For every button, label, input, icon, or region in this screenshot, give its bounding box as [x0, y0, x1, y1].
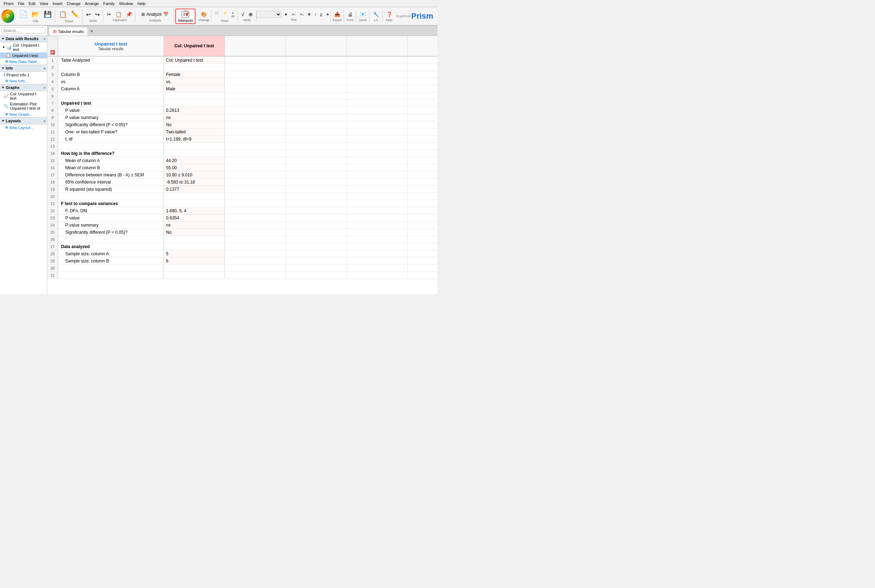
row-value	[164, 143, 225, 150]
draw-btn2[interactable]: ⚡	[221, 10, 229, 19]
row-value: ns	[164, 114, 225, 121]
layouts-more-icon[interactable]: »	[44, 119, 45, 123]
row-label: F, DFn, Dfd	[58, 207, 164, 214]
font-arrow[interactable]: ▼	[282, 12, 290, 18]
table-row: 14How big is the difference?	[47, 150, 437, 157]
layouts-arrow-icon: ▼	[2, 119, 5, 123]
graphs-more-icon[interactable]: »	[44, 86, 45, 90]
row-value	[164, 272, 225, 279]
tab-table-icon: ⊞	[53, 28, 57, 34]
table-row: 13	[47, 143, 437, 150]
menu-family[interactable]: Family	[101, 1, 117, 6]
toolbar-section-text: ▼ A↑ A↓ B I U S Text	[257, 11, 331, 21]
add-info[interactable]: ⊕ New Info...	[0, 78, 47, 84]
paste-btn[interactable]: 📌	[124, 10, 134, 18]
menu-window[interactable]: Window	[117, 1, 135, 6]
menu-view[interactable]: View	[38, 1, 51, 6]
menu-file[interactable]: File	[16, 1, 27, 6]
copy-btn[interactable]: 📋	[114, 10, 123, 18]
row-number: 18	[47, 178, 58, 185]
add-data-table[interactable]: ⊕ New Data Table...	[0, 58, 47, 64]
prism-text: Prism	[411, 12, 433, 21]
strikethrough-btn[interactable]: S	[325, 12, 331, 17]
row-value: 0.6354	[164, 214, 225, 221]
tabular-results-tab[interactable]: ⊞ Tabular results	[49, 27, 88, 36]
text-up-btn[interactable]: A↑	[290, 12, 298, 17]
row-number: 22	[47, 207, 58, 214]
print-btn[interactable]: 🖨	[346, 10, 354, 18]
row-value: 55.00	[164, 164, 225, 171]
results-header: Unpaired t test Tabular results Col: Unp…	[47, 36, 437, 57]
menu-change[interactable]: Change	[65, 1, 83, 6]
add-layout[interactable]: ⊕ New Layout...	[0, 124, 47, 130]
save-btn[interactable]: 💾	[42, 9, 53, 20]
sidebar-item-project-info[interactable]: ℹ Project info 1	[0, 72, 47, 78]
data-more-icon[interactable]: »	[44, 37, 45, 41]
italic-btn[interactable]: I	[313, 12, 318, 17]
sidebar-item-estimation-graph[interactable]: 📉 Estimation Plot: Unpaired t test of	[0, 101, 47, 111]
redo-btn[interactable]: ↪	[93, 10, 102, 19]
tab-dropdown-btn[interactable]: ▼	[89, 28, 95, 35]
change-btn[interactable]: 🎨	[199, 10, 209, 18]
table-row: 2	[47, 64, 437, 71]
svg-rect-4	[51, 50, 55, 54]
row-label: P value summary	[58, 114, 164, 121]
send-btn[interactable]: 📧	[358, 10, 368, 18]
la-label: LA	[374, 18, 378, 22]
draw-btn3[interactable]: 123	[230, 10, 236, 19]
add-graph[interactable]: ⊕ New Graph...	[0, 111, 47, 117]
info-more-icon[interactable]: »	[44, 66, 45, 70]
add-graph-icon: ⊕	[5, 112, 8, 117]
sidebar-group-col: ▼ 📊 Col: Unpaired t test 📋 Unpaired t te…	[0, 42, 47, 58]
sidebar-section-layouts-header[interactable]: ▼ Layouts »	[0, 118, 47, 124]
font-select[interactable]	[257, 11, 282, 18]
row-value: Male	[164, 86, 225, 92]
open-btn[interactable]: 📂	[30, 9, 41, 20]
row-number: 31	[47, 272, 58, 279]
row-number: 29	[47, 257, 58, 264]
analyze-btn[interactable]: ⊞ Analyze 📅	[138, 10, 172, 19]
add-layout-icon: ⊕	[5, 125, 8, 130]
write-btn[interactable]: √	[240, 10, 246, 18]
toolbar-section-print: 🖨 Print	[344, 10, 356, 22]
sidebar-section-info-header[interactable]: ▼ Info »	[0, 65, 47, 72]
draw-btn1[interactable]: ⬜	[213, 10, 221, 19]
menu-help[interactable]: Help	[135, 1, 148, 6]
menu-arrange[interactable]: Arrange	[83, 1, 101, 6]
row-value: t=1.199, df=9	[164, 135, 225, 142]
sidebar-group-col-header[interactable]: ▼ 📊 Col: Unpaired t test	[0, 42, 47, 52]
interpret-btn[interactable]: Interpret	[178, 10, 193, 22]
sheet-btn1[interactable]: 📋	[57, 9, 69, 20]
row-value: 0.1377	[164, 186, 225, 192]
table-row: 5Column AMale	[47, 86, 437, 93]
sidebar-section-data-header[interactable]: ▼ Data with Results »	[0, 36, 47, 42]
underline-btn[interactable]: U	[318, 12, 324, 17]
row-number: 12	[47, 135, 58, 142]
menu-prism[interactable]: Prism	[2, 1, 16, 6]
text-down-btn[interactable]: A↓	[299, 12, 306, 17]
sidebar-item-unpaired[interactable]: 📋 Unpaired t test	[0, 52, 47, 58]
sidebar-section-graphs-header[interactable]: ▼ Graphs »	[0, 84, 47, 91]
menu-edit[interactable]: Edit	[27, 1, 38, 6]
search-input[interactable]	[2, 27, 45, 34]
new-btn[interactable]: 📄	[18, 9, 29, 20]
row-number: 10	[47, 121, 58, 128]
toolbar-section-interpret: Interpret	[176, 9, 196, 24]
la-btn[interactable]: 🔧	[371, 10, 381, 18]
layouts-section-label: Layouts	[6, 118, 21, 123]
write-btn2[interactable]: ⊕	[247, 10, 255, 18]
menu-insert[interactable]: Insert	[50, 1, 65, 6]
add-info-label: New Info...	[9, 79, 29, 83]
undo-btn[interactable]: ↩	[84, 10, 93, 19]
export-btn[interactable]: 📤	[332, 10, 342, 18]
row-label: Table Analyzed	[58, 57, 164, 63]
sidebar-item-col-graph[interactable]: 📈 Col: Unpaired t test	[0, 91, 47, 101]
help-btn[interactable]: ❓	[384, 10, 394, 18]
info-icon: ℹ	[4, 72, 5, 77]
row-label	[58, 236, 164, 243]
add-info-icon: ⊕	[5, 78, 8, 83]
row-value: ns	[164, 222, 225, 228]
sheet-btn2[interactable]: ✏️	[69, 9, 81, 20]
cut-btn[interactable]: ✂	[105, 10, 113, 18]
bold-btn[interactable]: B	[306, 12, 312, 17]
